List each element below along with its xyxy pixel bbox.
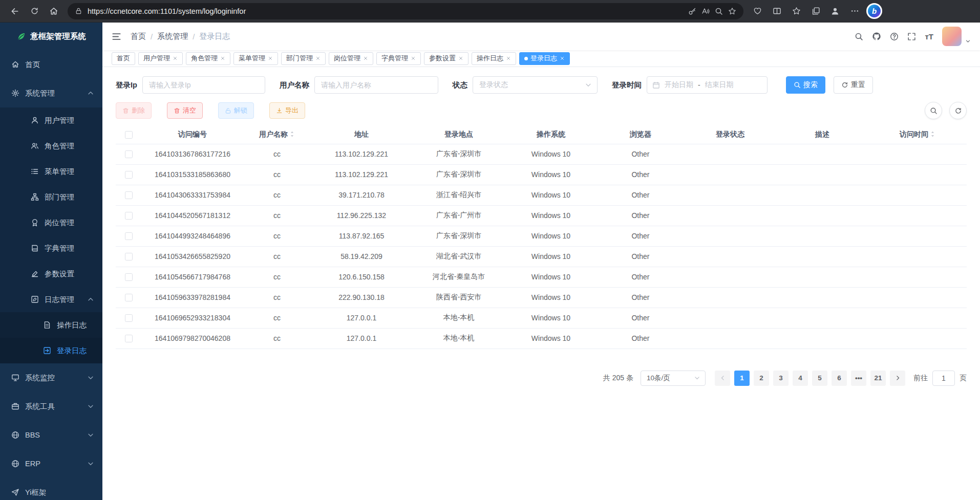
sidebar-item-bbs[interactable]: BBS: [0, 421, 102, 449]
sort-icon[interactable]: [289, 131, 295, 138]
sidebar-item-login-log[interactable]: 登录日志: [0, 338, 102, 363]
breadcrumb-system-management[interactable]: 系统管理: [157, 32, 188, 41]
tab-home[interactable]: 首页: [112, 52, 135, 65]
browser-address-bar[interactable]: https://ccnetcore.com:1101/system/log/lo…: [68, 3, 743, 19]
sidebar-item-parameter-settings[interactable]: 参数设置: [0, 261, 102, 287]
sidebar-item-log-management[interactable]: 日志管理: [0, 287, 102, 312]
browser-profile-icon[interactable]: [826, 3, 844, 20]
col-visit-time[interactable]: 访问时间: [868, 125, 967, 144]
col-user-name[interactable]: 用户名称: [244, 125, 310, 144]
page-button-21[interactable]: 21: [870, 371, 886, 386]
sidebar-item-dictionary-management[interactable]: 字典管理: [0, 235, 102, 261]
export-button[interactable]: 导出: [269, 102, 305, 119]
clear-button[interactable]: 清空: [167, 102, 203, 119]
browser-back-button[interactable]: [6, 3, 24, 20]
page-button-1[interactable]: 1: [734, 371, 750, 386]
help-icon[interactable]: [890, 32, 899, 41]
row-checkbox[interactable]: [125, 171, 133, 179]
page-button-4[interactable]: 4: [793, 371, 808, 386]
page-button-2[interactable]: 2: [754, 371, 769, 386]
next-page-button[interactable]: [890, 371, 905, 386]
search-button[interactable]: 搜索: [786, 76, 825, 94]
tab-close-icon[interactable]: [411, 56, 416, 61]
key-icon[interactable]: [688, 7, 696, 15]
sidebar-toggle-button[interactable]: [112, 32, 121, 41]
browser-essentials-icon[interactable]: [749, 3, 766, 20]
row-checkbox[interactable]: [125, 314, 133, 322]
sidebar-item-operation-log[interactable]: 操作日志: [0, 312, 102, 338]
tab-dictionary-management[interactable]: 字典管理: [376, 52, 421, 65]
favorite-add-icon[interactable]: [728, 7, 736, 15]
tab-close-icon[interactable]: [506, 56, 511, 61]
page-ellipsis-button[interactable]: •••: [851, 371, 866, 386]
row-checkbox[interactable]: [125, 232, 133, 240]
sidebar-item-role-management[interactable]: 角色管理: [0, 133, 102, 159]
browser-refresh-button[interactable]: [26, 3, 43, 20]
read-aloud-icon[interactable]: [701, 7, 710, 15]
favorites-icon[interactable]: [787, 3, 805, 20]
login-time-range-picker[interactable]: 开始日期 - 结束日期: [647, 76, 768, 94]
tab-user-management[interactable]: 用户管理: [138, 52, 183, 65]
select-all-checkbox[interactable]: [125, 131, 133, 139]
breadcrumb-home[interactable]: 首页: [131, 32, 146, 41]
tab-post-management[interactable]: 岗位管理: [329, 52, 373, 65]
user-avatar[interactable]: [942, 27, 962, 46]
row-checkbox[interactable]: [125, 335, 133, 342]
row-checkbox[interactable]: [125, 150, 133, 158]
tab-menu-management[interactable]: 菜单管理: [233, 52, 278, 65]
github-icon[interactable]: [872, 32, 881, 41]
page-button-6[interactable]: 6: [832, 371, 847, 386]
login-ip-input[interactable]: [142, 76, 265, 94]
row-checkbox[interactable]: [125, 191, 133, 199]
tab-parameter-settings[interactable]: 参数设置: [424, 52, 468, 65]
url-text[interactable]: https://ccnetcore.com:1101/system/log/lo…: [88, 7, 683, 15]
tab-close-icon[interactable]: [363, 56, 368, 61]
search-toggle-button[interactable]: [925, 102, 942, 119]
status-select[interactable]: 登录状态: [473, 76, 598, 94]
browser-home-button[interactable]: [45, 3, 62, 20]
collections-icon[interactable]: [807, 3, 824, 20]
zoom-icon[interactable]: [715, 7, 723, 15]
fullscreen-icon[interactable]: [907, 32, 916, 41]
bing-icon[interactable]: b: [866, 3, 882, 19]
sidebar-item-menu-management[interactable]: 菜单管理: [0, 159, 102, 184]
sidebar-item-system-monitor[interactable]: 系统监控: [0, 363, 102, 392]
tab-close-icon[interactable]: [220, 56, 225, 61]
page-size-select[interactable]: 10条/页: [641, 371, 706, 386]
tab-close-icon[interactable]: [315, 56, 321, 61]
page-button-5[interactable]: 5: [812, 371, 827, 386]
sidebar-item-yi-framework[interactable]: Yi框架: [0, 478, 102, 500]
tab-close-icon[interactable]: [173, 56, 178, 61]
sidebar-item-user-management[interactable]: 用户管理: [0, 107, 102, 133]
table-refresh-button[interactable]: [949, 102, 967, 119]
row-checkbox[interactable]: [125, 273, 133, 281]
tab-close-icon[interactable]: [560, 56, 565, 61]
reset-button[interactable]: 重置: [834, 76, 873, 94]
sort-icon[interactable]: [930, 131, 935, 138]
tab-department-management[interactable]: 部门管理: [281, 52, 326, 65]
sidebar-item-home[interactable]: 首页: [0, 50, 102, 79]
sidebar-item-system-tools[interactable]: 系统工具: [0, 392, 102, 421]
row-checkbox[interactable]: [125, 294, 133, 301]
tab-operation-log[interactable]: 操作日志: [472, 52, 516, 65]
header-search-icon[interactable]: [855, 32, 863, 41]
page-button-3[interactable]: 3: [773, 371, 789, 386]
unlock-button[interactable]: 解锁: [218, 102, 254, 119]
sidebar-item-erp[interactable]: ERP: [0, 449, 102, 478]
sidebar-item-post-management[interactable]: 岗位管理: [0, 210, 102, 235]
sidebar-item-system-management[interactable]: 系统管理: [0, 79, 102, 107]
browser-menu-icon[interactable]: [846, 3, 863, 20]
tab-close-icon[interactable]: [458, 56, 463, 61]
font-size-icon[interactable]: тT: [925, 32, 933, 41]
sidebar-item-department-management[interactable]: 部门管理: [0, 184, 102, 210]
goto-page-input[interactable]: [932, 371, 955, 386]
split-screen-icon[interactable]: [768, 3, 785, 20]
row-checkbox[interactable]: [125, 253, 133, 260]
user-name-input[interactable]: [314, 76, 438, 94]
prev-page-button[interactable]: [715, 371, 730, 386]
tab-role-management[interactable]: 角色管理: [186, 52, 230, 65]
tab-login-log[interactable]: 登录日志: [519, 52, 570, 65]
delete-button[interactable]: 删除: [116, 102, 152, 119]
row-checkbox[interactable]: [125, 212, 133, 220]
tab-close-icon[interactable]: [268, 56, 273, 61]
